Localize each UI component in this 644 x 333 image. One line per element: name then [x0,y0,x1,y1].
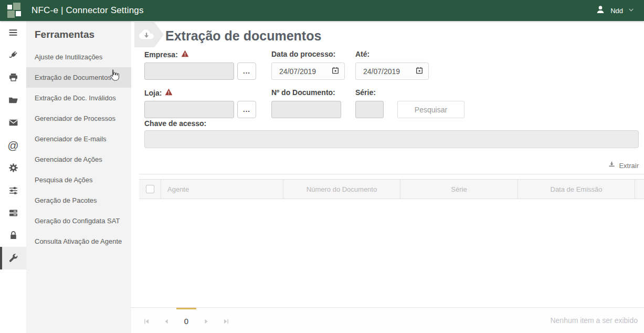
first-page-button[interactable] [136,308,156,333]
empty-results-message: Nenhum item a ser exibido [550,316,644,325]
divider [139,174,644,174]
warning-icon [181,50,189,59]
lock-icon[interactable] [0,224,26,247]
loja-input[interactable] [144,101,234,118]
serie-label: Série: [355,88,376,97]
data-processo-input[interactable]: 24/07/2019 [271,63,345,80]
next-page-button[interactable] [196,308,216,333]
select-all-checkbox[interactable] [146,185,154,193]
sliders-icon[interactable] [0,179,26,202]
empresa-browse-button[interactable]: ... [237,63,256,80]
cloud-download-icon [134,22,164,47]
loja-label: Loja: [144,88,173,97]
server-stack-icon[interactable] [0,202,26,224]
empresa-label: Empresa: [144,50,189,59]
sidebar-item-gerenciador-emails[interactable]: Gerenciador de E-mails [26,129,131,149]
serie-input[interactable] [355,101,384,118]
logo-square [7,11,15,18]
num-documento-label: Nº do Documento: [271,88,335,97]
extrair-link[interactable]: Extrair [608,161,639,170]
loja-browse-button[interactable]: ... [237,101,256,118]
pesquisar-button[interactable]: Pesquisar [397,101,464,118]
sidebar-item-consulta-ativacao-agente[interactable]: Consulta Ativação de Agente [26,231,131,252]
page-title: Extração de documentos [165,28,321,44]
wrench-icon[interactable] [0,247,26,269]
at-sign-icon[interactable]: @ [0,134,26,157]
results-table-header: Agente Número do Documento Série Data de… [139,179,644,199]
icon-rail: @ [0,21,26,333]
calendar-icon[interactable] [415,66,424,76]
download-icon [608,161,616,170]
column-header-serie[interactable]: Série [400,180,518,199]
app-logo [7,3,25,18]
logo-square [7,5,12,9]
logo-square [16,11,21,16]
app-title: NFC-e | Connector Settings [31,5,144,16]
sidebar: Ferramentas Ajuste de Inutilizações Extr… [26,21,131,333]
user-name: Ndd [610,7,623,15]
gear-icon[interactable] [0,157,26,179]
sidebar-item-geracao-pacotes[interactable]: Geração de Pacotes [26,190,131,211]
previous-page-button[interactable] [156,308,176,333]
column-header-data-emissao[interactable]: Data de Emissão [518,180,635,199]
sidebar-item-extracao-doc-invalidos[interactable]: Extração de Doc. Inválidos [26,88,131,108]
sidebar-item-gerenciador-acoes[interactable]: Gerenciador de Ações [26,149,131,170]
sidebar-item-ajuste-inutilizacoes[interactable]: Ajuste de Inutilizações [26,47,131,67]
empresa-input[interactable] [144,63,234,80]
current-page-indicator: 0 [176,308,196,333]
sidebar-item-pesquisa-acoes[interactable]: Pesquisa de Ações [26,170,131,190]
sidebar-item-gerenciador-processos[interactable]: Gerenciador de Processos [26,108,131,129]
user-icon [595,4,606,17]
column-header-spacer [635,180,644,199]
menu-icon[interactable] [0,21,26,44]
ate-input[interactable]: 24/07/2019 [355,63,429,80]
chevron-down-icon [628,6,635,15]
plug-icon[interactable] [0,44,26,66]
sidebar-item-geracao-configdata-sat[interactable]: Geração do Configdata SAT [26,211,131,231]
ate-label: Até: [355,50,369,58]
num-documento-input[interactable] [271,101,341,118]
warning-icon [165,88,173,97]
select-all-cell [139,180,161,199]
user-menu[interactable]: Ndd [595,0,635,21]
data-processo-label: Data do processo: [271,50,335,58]
column-header-agente[interactable]: Agente [161,180,283,199]
chave-acesso-input[interactable] [144,130,639,148]
sidebar-item-extracao-documentos[interactable]: Extração de Documentos [26,67,131,88]
pagination-bar: 0 Nenhum item a ser exibido [131,307,644,333]
chave-acesso-label: Chave de acesso: [144,119,206,128]
calendar-icon[interactable] [331,66,340,76]
column-header-numero-documento[interactable]: Número do Documento [283,180,400,199]
folder-open-icon[interactable] [0,89,26,111]
main-content: Extração de documentos Empresa: ... Data… [131,21,644,333]
app-shell: @ Ferramentas Ajuste de Inutilizações Ex… [0,21,644,333]
printer-icon[interactable] [0,66,26,89]
sidebar-title: Ferramentas [26,21,131,47]
app-header: NFC-e | Connector Settings Ndd [0,0,644,21]
last-page-button[interactable] [216,308,236,333]
logo-square [13,3,20,10]
envelope-icon[interactable] [0,111,26,134]
